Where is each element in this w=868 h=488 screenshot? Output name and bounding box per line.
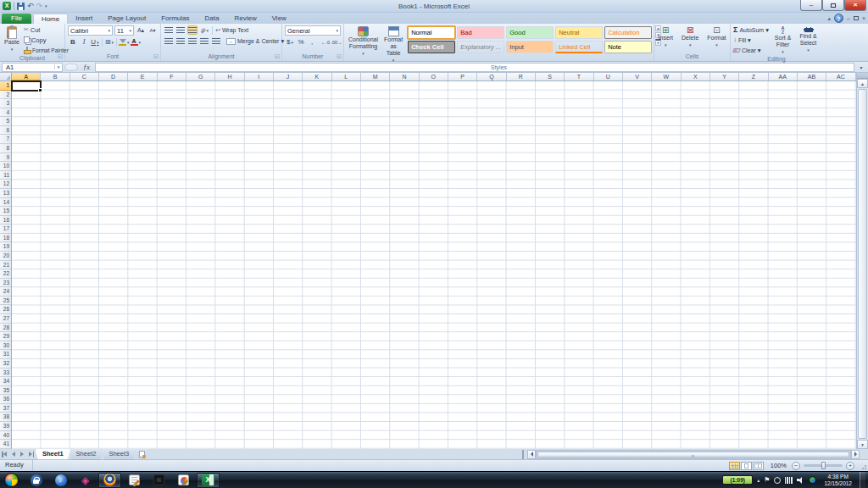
power-status-icon[interactable] [774, 477, 781, 484]
underline-button[interactable]: U▾ [90, 37, 100, 47]
font-color-button[interactable]: A▾ [131, 37, 142, 47]
comma-button[interactable]: , [307, 37, 317, 47]
page-break-view-button[interactable] [753, 462, 764, 470]
row-header-5[interactable]: 5 [0, 117, 11, 126]
tab-formulas[interactable]: Formulas [153, 14, 197, 24]
column-header-r[interactable]: R [507, 73, 536, 80]
column-header-i[interactable]: I [245, 73, 274, 80]
sort-filter-button[interactable]: AZ Sort & Filter ▾ [771, 25, 794, 55]
column-header-l[interactable]: L [332, 73, 361, 80]
zoom-level[interactable]: 100% [771, 462, 787, 469]
zoom-slider-thumb[interactable] [821, 462, 826, 469]
horizontal-scrollbar[interactable] [536, 450, 851, 459]
decrease-indent-button[interactable] [199, 36, 209, 46]
scroll-up-icon[interactable]: ▲ [857, 79, 868, 88]
column-header-ac[interactable]: AC [826, 73, 855, 80]
battery-meter-icon[interactable]: (1:09) [722, 475, 753, 485]
row-header-2[interactable]: 2 [0, 91, 11, 100]
tab-split-handle[interactable] [520, 450, 526, 459]
font-dialog-launcher-icon[interactable]: ◱ [153, 53, 159, 60]
row-header-32[interactable]: 32 [0, 359, 11, 369]
tab-insert[interactable]: Insert [68, 14, 100, 24]
undo-icon[interactable]: ↶ [27, 3, 34, 10]
row-header-20[interactable]: 20 [0, 252, 11, 261]
row-header-16[interactable]: 16 [0, 216, 11, 225]
taskbar-item-excel[interactable]: X [197, 473, 220, 488]
merge-center-button[interactable]: ↔Merge & Center▾ [226, 37, 284, 46]
wrap-text-button[interactable]: ↩Wrap Text [215, 26, 248, 35]
workbook-minimize-icon[interactable]: – [847, 14, 850, 22]
help-icon[interactable]: ? [834, 14, 843, 23]
sheet-tab-sheet1[interactable]: Sheet1 [35, 449, 71, 460]
row-header-30[interactable]: 30 [0, 341, 11, 351]
row-header-21[interactable]: 21 [0, 261, 11, 270]
shrink-font-button[interactable]: A▾ [147, 25, 158, 35]
bold-button[interactable]: B [68, 37, 78, 47]
zoom-out-button[interactable]: − [792, 462, 800, 470]
taskbar-item-wireframe-app[interactable]: ◈ [74, 473, 97, 488]
vertical-scrollbar[interactable]: ▲ ▼ [856, 73, 868, 449]
row-header-3[interactable]: 3 [0, 99, 11, 108]
column-header-q[interactable]: Q [477, 73, 506, 80]
row-header-6[interactable]: 6 [0, 126, 11, 136]
column-header-m[interactable]: M [361, 73, 390, 80]
increase-decimal-button[interactable]: ←.0 [320, 37, 331, 47]
last-sheet-icon[interactable] [27, 451, 35, 458]
tab-view[interactable]: View [264, 14, 294, 24]
row-header-12[interactable]: 12 [0, 180, 11, 189]
next-sheet-icon[interactable] [19, 451, 26, 458]
column-header-t[interactable]: T [565, 73, 593, 80]
column-header-b[interactable]: B [41, 73, 70, 80]
style-note[interactable]: Note [604, 41, 652, 53]
row-header-31[interactable]: 31 [0, 350, 11, 359]
row-header-4[interactable]: 4 [0, 108, 11, 118]
row-header-11[interactable]: 11 [0, 171, 11, 180]
vertical-split-handle[interactable] [857, 73, 868, 79]
vertical-scroll-thumb[interactable] [858, 89, 867, 439]
row-header-40[interactable]: 40 [0, 431, 11, 441]
row-header-9[interactable]: 9 [0, 153, 11, 163]
conditional-formatting-button[interactable]: Conditional Formatting ▾ [347, 25, 380, 57]
page-layout-view-button[interactable] [741, 462, 752, 470]
find-select-button[interactable]: Find & Select ▾ [797, 25, 820, 53]
column-header-o[interactable]: O [420, 73, 448, 80]
customize-qat-icon[interactable]: ▾ [45, 3, 47, 8]
taskbar-item-chip-app[interactable] [147, 473, 170, 488]
copy-button[interactable]: Copy [24, 36, 69, 44]
horizontal-scroll-thumb[interactable] [537, 452, 849, 458]
row-header-37[interactable]: 37 [0, 404, 11, 413]
style-calculation[interactable]: Calculation [604, 26, 652, 39]
column-header-d[interactable]: D [99, 73, 128, 80]
delete-cells-button[interactable]: ⊠ Delete ▾ [680, 25, 700, 48]
number-format-select[interactable]: General ▾ [285, 25, 341, 36]
show-desktop-button[interactable] [860, 472, 865, 488]
tab-review[interactable]: Review [226, 14, 264, 24]
column-header-h[interactable]: H [215, 73, 244, 80]
tab-file[interactable]: File [2, 14, 31, 24]
column-header-z[interactable]: Z [739, 73, 768, 80]
column-header-w[interactable]: W [652, 73, 681, 80]
row-header-10[interactable]: 10 [0, 162, 11, 171]
grow-font-button[interactable]: A▴ [136, 25, 146, 35]
redo-icon[interactable]: ↷ [36, 3, 43, 10]
increase-indent-button[interactable] [211, 36, 221, 46]
save-icon[interactable] [17, 3, 25, 10]
tab-page-layout[interactable]: Page Layout [100, 14, 153, 24]
style-bad[interactable]: Bad [457, 26, 504, 39]
workbook-restore-icon[interactable] [854, 14, 859, 22]
column-header-u[interactable]: U [594, 73, 623, 80]
autosum-button[interactable]: Σ AutoSum ▾ [733, 25, 769, 34]
select-all-button[interactable] [0, 73, 12, 80]
fill-color-button[interactable]: ▾ [119, 37, 130, 47]
show-hidden-icons-icon[interactable]: ▴ [757, 476, 760, 485]
taskbar-item-firefox[interactable] [98, 473, 121, 488]
antivirus-icon[interactable] [809, 476, 816, 484]
row-header-24[interactable]: 24 [0, 287, 11, 297]
network-signal-icon[interactable] [785, 477, 793, 484]
decrease-decimal-button[interactable]: .00→ [331, 37, 342, 47]
style-check-cell[interactable]: Check Cell [408, 41, 455, 53]
row-header-15[interactable]: 15 [0, 207, 11, 216]
tab-home[interactable]: Home [33, 14, 68, 24]
column-header-a[interactable]: A [12, 73, 41, 80]
volume-icon[interactable] [797, 477, 804, 484]
